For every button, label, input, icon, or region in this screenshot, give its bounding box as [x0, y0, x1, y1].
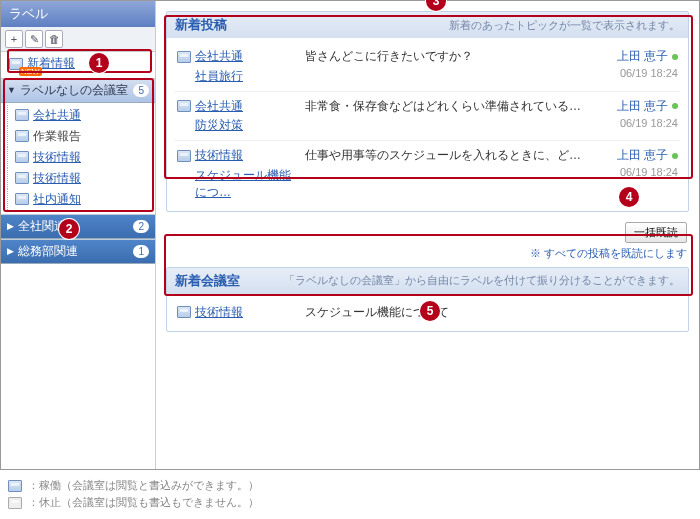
bulk-read-button[interactable]: 一括既読	[625, 222, 687, 243]
room-icon	[177, 150, 191, 162]
sidebar-toolbar: + ✎ 🗑	[1, 27, 155, 52]
room-icon	[15, 172, 29, 184]
tree-item[interactable]: 技術情報	[1, 147, 155, 168]
rooms-panel-title: 新着会議室	[175, 272, 240, 290]
group-somu-header[interactable]: ▶ 総務部関連 1	[1, 239, 155, 264]
anno-1: 1	[89, 53, 109, 73]
app-window: 1 2 3 4 5 ラベル + ✎ 🗑 新着情報 NEW ▼ ラベルなしの会議室…	[0, 0, 700, 470]
legend-active: ：稼働（会議室は閲覧と書込みができます。）	[28, 478, 259, 493]
expand-icon: ▶	[7, 246, 14, 256]
posts-panel-hint: 新着のあったトピックが一覧で表示されます。	[449, 18, 680, 33]
rooms-panel: 新着会議室 「ラベルなしの会議室」から自由にラベルを付けて振り分けることができま…	[166, 267, 689, 332]
post-category-link[interactable]: 技術情報	[177, 147, 243, 164]
new-info-row: 新着情報 NEW	[1, 52, 155, 78]
group-unlabeled-header[interactable]: ▼ ラベルなしの会議室 5	[1, 78, 155, 103]
tree-item[interactable]: 技術情報	[1, 168, 155, 189]
room-icon	[177, 306, 191, 318]
room-icon-off	[8, 497, 22, 509]
posts-panel: 新着投稿 新着のあったトピックが一覧で表示されます。 会社共通 社員旅行 皆さん…	[166, 11, 689, 212]
post-category-link[interactable]: 会社共通	[177, 98, 243, 115]
posts-panel-body: 会社共通 社員旅行 皆さんどこに行きたいですか？ 上田 恵子 06/19 18:…	[167, 38, 688, 211]
room-icon	[15, 109, 29, 121]
group-somu-count: 1	[133, 245, 149, 258]
sidebar-title: ラベル	[1, 1, 155, 27]
bulk-note: ※ すべての投稿を既読にします	[166, 246, 687, 261]
post-body: 皆さんどこに行きたいですか？	[305, 48, 590, 65]
room-link[interactable]: 技術情報	[177, 304, 297, 321]
rooms-panel-hint: 「ラベルなしの会議室」から自由にラベルを付けて振り分けることができます。	[284, 273, 680, 288]
room-icon	[15, 193, 29, 205]
room-icon	[15, 130, 29, 142]
group-somu-label: 総務部関連	[18, 243, 78, 260]
post-row: 技術情報 スケジュール機能につ… 仕事や用事等のスケジュールを入れるときに、どの…	[175, 140, 680, 207]
post-author-link[interactable]: 上田 恵子	[617, 99, 668, 113]
tree-item[interactable]: 作業報告	[1, 126, 155, 147]
room-icon	[15, 151, 29, 163]
presence-dot	[672, 54, 678, 60]
group-all-count: 2	[133, 220, 149, 233]
post-topic-link[interactable]: スケジュール機能につ…	[195, 167, 297, 201]
group-unlabeled-count: 5	[133, 84, 149, 97]
new-badge: NEW	[19, 67, 42, 76]
edit-button[interactable]: ✎	[25, 30, 43, 48]
expand-icon: ▶	[7, 221, 14, 231]
group-unlabeled-label: ラベルなしの会議室	[20, 82, 128, 99]
legend-inactive: ：休止（会議室は閲覧も書込もできません。）	[28, 495, 259, 510]
post-row: 会社共通 防災対策 非常食・保存食などはどれくらい準備されているのでしょ… 上田…	[175, 91, 680, 141]
post-author-link[interactable]: 上田 恵子	[617, 49, 668, 63]
collapse-icon: ▼	[7, 85, 16, 95]
posts-panel-title: 新着投稿	[175, 16, 227, 34]
posts-panel-head: 新着投稿 新着のあったトピックが一覧で表示されます。	[167, 12, 688, 38]
room-icon	[8, 480, 22, 492]
post-topic-link[interactable]: 社員旅行	[195, 68, 297, 85]
room-icon	[177, 100, 191, 112]
delete-button[interactable]: 🗑	[45, 30, 63, 48]
add-button[interactable]: +	[5, 30, 23, 48]
anno-2: 2	[59, 219, 79, 239]
post-time: 06/19 18:24	[598, 117, 678, 129]
post-body: 仕事や用事等のスケジュールを入れるときに、どのような…	[305, 147, 590, 164]
tree-item[interactable]: 会社共通	[1, 105, 155, 126]
rooms-panel-head: 新着会議室 「ラベルなしの会議室」から自由にラベルを付けて振り分けることができま…	[167, 268, 688, 294]
new-info-link[interactable]: 新着情報 NEW	[9, 55, 75, 72]
anno-4: 4	[619, 187, 639, 207]
post-topic-link[interactable]: 防災対策	[195, 117, 297, 134]
presence-dot	[672, 153, 678, 159]
legend: ：稼働（会議室は閲覧と書込みができます。） ：休止（会議室は閲覧も書込もできませ…	[0, 470, 700, 519]
room-icon	[177, 51, 191, 63]
presence-dot	[672, 103, 678, 109]
tree-item[interactable]: 社内通知	[1, 189, 155, 210]
anno-5: 5	[420, 301, 440, 321]
post-category-link[interactable]: 会社共通	[177, 48, 243, 65]
bulk-row: 一括既読 ※ すべての投稿を既読にします	[166, 220, 689, 267]
post-body: 非常食・保存食などはどれくらい準備されているのでしょ…	[305, 98, 590, 115]
tree-unlabeled: 会社共通 作業報告 技術情報 技術情報 社内通知	[1, 103, 155, 214]
main-area: 新着投稿 新着のあったトピックが一覧で表示されます。 会社共通 社員旅行 皆さん…	[156, 1, 699, 469]
post-time: 06/19 18:24	[598, 166, 678, 178]
post-row: 会社共通 社員旅行 皆さんどこに行きたいですか？ 上田 恵子 06/19 18:…	[175, 42, 680, 91]
sidebar: ラベル + ✎ 🗑 新着情報 NEW ▼ ラベルなしの会議室 5 会社共通 作業…	[1, 1, 156, 469]
post-time: 06/19 18:24	[598, 67, 678, 79]
post-author-link[interactable]: 上田 恵子	[617, 148, 668, 162]
